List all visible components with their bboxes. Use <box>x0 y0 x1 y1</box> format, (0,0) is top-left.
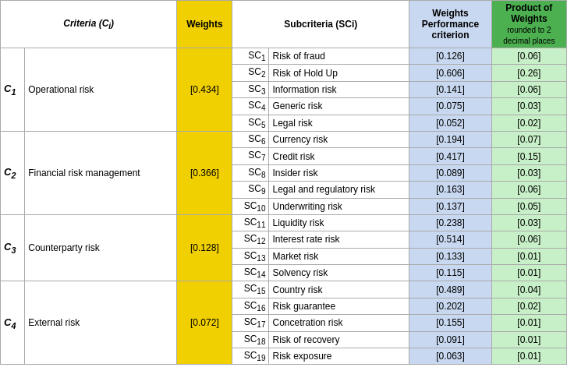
criteria-label: C2 <box>1 131 25 214</box>
sc-name: Market risk <box>269 248 409 264</box>
weight-value: [0.366] <box>177 131 232 214</box>
criteria-name: Financial risk management <box>25 131 177 214</box>
wp-value: [0.202] <box>409 298 491 314</box>
sc-number: SC1 <box>232 48 269 65</box>
wp-value: [0.194] <box>409 131 491 147</box>
header-weights: Weights <box>177 1 232 48</box>
wp-value: [0.238] <box>409 214 491 231</box>
main-table: Criteria (Ci) Weights Subcriteria (SCi) … <box>0 0 567 365</box>
wp-value: [0.137] <box>409 198 491 214</box>
wp-value: [0.126] <box>409 48 491 65</box>
weight-value: [0.128] <box>177 214 232 281</box>
sc-number: SC7 <box>232 148 269 164</box>
sc-name: Underwriting risk <box>269 198 409 214</box>
pow-value: [0.02] <box>491 298 566 314</box>
criteria-name: External risk <box>25 281 177 365</box>
sc-name: Legal and regulatory risk <box>269 182 409 198</box>
sc-number: SC6 <box>232 131 269 147</box>
sc-number: SC19 <box>232 348 269 365</box>
header-subcriteria: Subcriteria (SCi) <box>232 1 409 48</box>
pow-value: [0.06] <box>491 48 566 65</box>
sc-name: Risk guarantee <box>269 298 409 314</box>
pow-value: [0.01] <box>491 348 566 365</box>
pow-value: [0.01] <box>491 248 566 264</box>
pow-value: [0.01] <box>491 331 566 348</box>
sc-name: Credit risk <box>269 148 409 164</box>
pow-value: [0.06] <box>491 182 566 198</box>
sc-number: SC14 <box>232 265 269 281</box>
weight-value: [0.072] <box>177 281 232 365</box>
wp-value: [0.091] <box>409 331 491 348</box>
pow-value: [0.03] <box>491 98 566 115</box>
sc-name: Currency risk <box>269 131 409 147</box>
sc-name: Risk of Hold Up <box>269 65 409 81</box>
sc-name: Liquidity risk <box>269 214 409 231</box>
sc-name: Concetration risk <box>269 315 409 331</box>
sc-number: SC5 <box>232 115 269 131</box>
wp-value: [0.606] <box>409 65 491 81</box>
sc-name: Solvency risk <box>269 265 409 281</box>
weight-value: [0.434] <box>177 48 232 132</box>
wp-value: [0.089] <box>409 164 491 181</box>
criteria-name: Counterparty risk <box>25 214 177 281</box>
pow-value: [0.03] <box>491 214 566 231</box>
header-pow: Product ofWeightsrounded to 2decimal pla… <box>491 1 566 48</box>
pow-value: [0.07] <box>491 131 566 147</box>
pow-value: [0.26] <box>491 65 566 81</box>
wp-value: [0.141] <box>409 81 491 97</box>
sc-number: SC9 <box>232 182 269 198</box>
sc-number: SC4 <box>232 98 269 115</box>
sc-number: SC10 <box>232 198 269 214</box>
sc-name: Generic risk <box>269 98 409 115</box>
criteria-name: Operational risk <box>25 48 177 132</box>
pow-value: [0.03] <box>491 164 566 181</box>
sc-name: Legal risk <box>269 115 409 131</box>
sc-name: Insider risk <box>269 164 409 181</box>
sc-number: SC15 <box>232 281 269 298</box>
wp-value: [0.063] <box>409 348 491 365</box>
header-wp: WeightsPerformancecriterion <box>409 1 491 48</box>
pow-value: [0.02] <box>491 115 566 131</box>
criteria-label: C4 <box>1 281 25 365</box>
criteria-label: C1 <box>1 48 25 132</box>
sc-number: SC13 <box>232 248 269 264</box>
sc-name: Risk exposure <box>269 348 409 365</box>
sc-number: SC16 <box>232 298 269 314</box>
sc-name: Interest rate risk <box>269 231 409 248</box>
sc-name: Risk of recovery <box>269 331 409 348</box>
header-criteria: Criteria (Ci) <box>1 1 177 48</box>
pow-value: [0.15] <box>491 148 566 164</box>
sc-number: SC8 <box>232 164 269 181</box>
pow-value: [0.01] <box>491 265 566 281</box>
wp-value: [0.075] <box>409 98 491 115</box>
wp-value: [0.052] <box>409 115 491 131</box>
sc-number: SC3 <box>232 81 269 97</box>
wp-value: [0.163] <box>409 182 491 198</box>
wp-value: [0.417] <box>409 148 491 164</box>
sc-name: Information risk <box>269 81 409 97</box>
pow-value: [0.05] <box>491 198 566 214</box>
wp-value: [0.489] <box>409 281 491 298</box>
wp-value: [0.115] <box>409 265 491 281</box>
wp-value: [0.155] <box>409 315 491 331</box>
pow-value: [0.04] <box>491 281 566 298</box>
sc-number: SC2 <box>232 65 269 81</box>
sc-number: SC18 <box>232 331 269 348</box>
sc-name: Country risk <box>269 281 409 298</box>
sc-number: SC17 <box>232 315 269 331</box>
sc-number: SC11 <box>232 214 269 231</box>
criteria-label: C3 <box>1 214 25 281</box>
wp-value: [0.133] <box>409 248 491 264</box>
sc-name: Risk of fraud <box>269 48 409 65</box>
pow-value: [0.06] <box>491 231 566 248</box>
sc-number: SC12 <box>232 231 269 248</box>
pow-value: [0.01] <box>491 315 566 331</box>
pow-value: [0.06] <box>491 81 566 97</box>
wp-value: [0.514] <box>409 231 491 248</box>
